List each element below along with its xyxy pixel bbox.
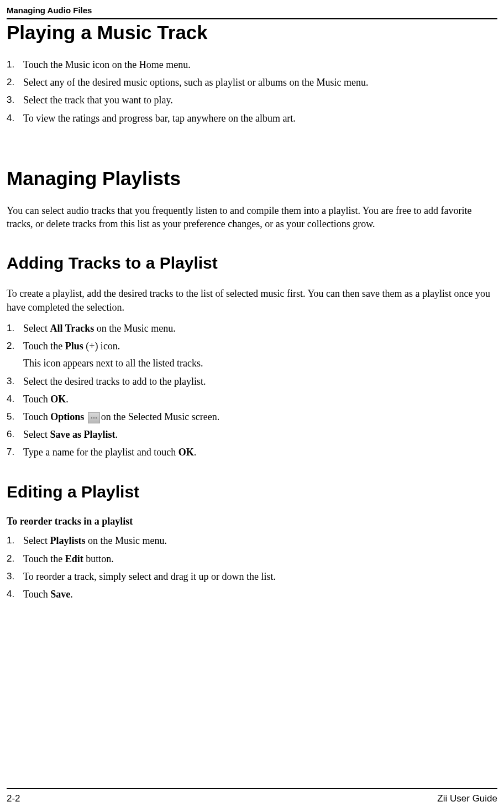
list-item: Select the track that you want to play. bbox=[7, 93, 497, 107]
list-item: Type a name for the playlist and touch O… bbox=[7, 446, 497, 459]
bold-text: Save bbox=[50, 589, 70, 600]
text: on the Selected Music screen. bbox=[101, 411, 219, 422]
heading-adding-tracks: Adding Tracks to a Playlist bbox=[7, 254, 497, 273]
heading-managing-playlists: Managing Playlists bbox=[7, 167, 497, 190]
text: Type a name for the playlist and touch bbox=[23, 447, 179, 458]
heading-editing-playlist: Editing a Playlist bbox=[7, 483, 497, 501]
header-divider bbox=[7, 18, 497, 19]
page-footer: 2-2 Zii User Guide bbox=[7, 788, 497, 804]
list-item: Select All Tracks on the Music menu. bbox=[7, 322, 497, 336]
list-item: Touch Save. bbox=[7, 588, 497, 601]
heading-playing-music-track: Playing a Music Track bbox=[7, 22, 497, 44]
subheading: To reorder tracks in a playlist bbox=[7, 516, 497, 527]
steps-editing-playlist: Select Playlists on the Music menu. Touc… bbox=[7, 534, 497, 601]
bold-text: Playlists bbox=[50, 535, 85, 546]
text: . bbox=[66, 394, 69, 405]
text: on the Music menu. bbox=[94, 323, 175, 334]
text: Touch bbox=[23, 411, 50, 422]
list-item: Touch OK. bbox=[7, 392, 497, 406]
list-item: Touch Options on the Selected Music scre… bbox=[7, 410, 497, 424]
sub-text: This icon appears next to all the listed… bbox=[23, 357, 497, 370]
list-item: Touch the Edit button. bbox=[7, 552, 497, 566]
list-item: Select the desired tracks to add to the … bbox=[7, 375, 497, 389]
text: on the Music menu. bbox=[86, 535, 167, 546]
bold-text: OK bbox=[50, 394, 66, 405]
list-item: To reorder a track, simply select and dr… bbox=[7, 570, 497, 584]
list-item: Select Playlists on the Music menu. bbox=[7, 534, 497, 548]
list-item: Select any of the desired music options,… bbox=[7, 76, 497, 90]
text: . bbox=[194, 447, 197, 458]
guide-name: Zii User Guide bbox=[437, 793, 497, 804]
footer-divider bbox=[7, 788, 497, 789]
text: . bbox=[70, 589, 73, 600]
list-item: Touch the Plus (+) icon.This icon appear… bbox=[7, 339, 497, 370]
text: Touch bbox=[23, 589, 50, 600]
steps-playing-music: Touch the Music icon on the Home menu. S… bbox=[7, 58, 497, 125]
options-icon bbox=[88, 412, 100, 423]
text: Touch the bbox=[23, 553, 65, 564]
paragraph: You can select audio tracks that you fre… bbox=[7, 204, 497, 231]
list-item: To view the ratings and progress bar, ta… bbox=[7, 112, 497, 125]
bold-text: Options bbox=[50, 411, 84, 422]
steps-adding-tracks: Select All Tracks on the Music menu. Tou… bbox=[7, 322, 497, 460]
bold-text: Edit bbox=[65, 553, 83, 564]
page-header: Managing Audio Files bbox=[7, 0, 497, 18]
list-item: Select Save as Playlist. bbox=[7, 428, 497, 442]
bold-text: Save as Playlist bbox=[50, 429, 115, 440]
text: Touch bbox=[23, 394, 50, 405]
list-item: Touch the Music icon on the Home menu. bbox=[7, 58, 497, 72]
text: (+) icon. bbox=[83, 340, 120, 352]
text: Select bbox=[23, 535, 50, 546]
text: Select bbox=[23, 323, 50, 334]
bold-text: OK bbox=[179, 447, 194, 458]
text: button. bbox=[83, 553, 114, 564]
text: Touch the bbox=[23, 340, 65, 352]
text: . bbox=[116, 429, 118, 440]
page-number: 2-2 bbox=[7, 793, 20, 804]
paragraph: To create a playlist, add the desired tr… bbox=[7, 287, 497, 314]
bold-text: All Tracks bbox=[50, 323, 94, 334]
text: Select bbox=[23, 429, 50, 440]
bold-text: Plus bbox=[65, 340, 83, 352]
